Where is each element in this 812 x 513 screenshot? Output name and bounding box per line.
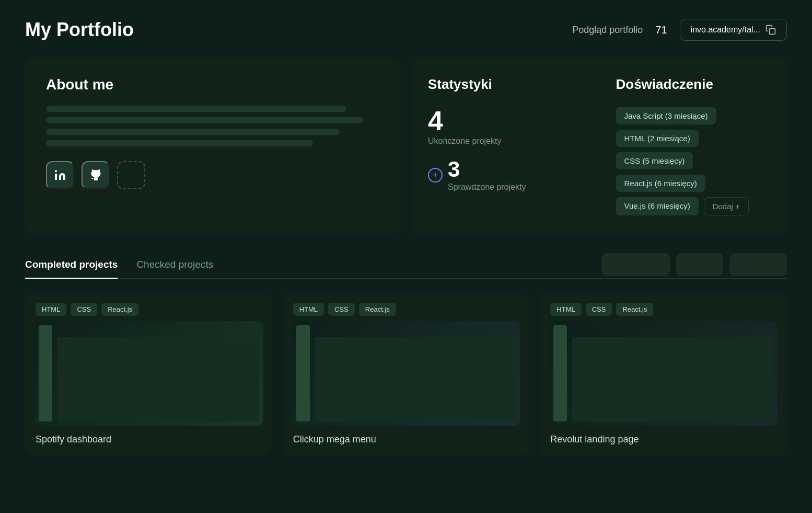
stats-title: Statystyki (428, 76, 582, 93)
project-tags-spotify: HTML CSS React.js (25, 293, 272, 321)
project-name-spotify: Spotify dashboard (25, 426, 272, 455)
tag-reactjs: React.js (6 miesięcy) (616, 175, 705, 192)
filter-button-2[interactable] (676, 253, 723, 276)
tag-react-clickup: React.js (359, 303, 396, 316)
page-header: My Portfolio Podgląd portfolio 71 invo.a… (25, 19, 787, 41)
portfolio-score: 71 (655, 24, 667, 36)
add-social-button[interactable] (117, 161, 145, 189)
tag-html: HTML (2 miesiące) (616, 130, 699, 147)
copy-icon (765, 25, 776, 35)
checked-count: 3 (448, 158, 526, 180)
project-card-clickup[interactable]: HTML CSS React.js (283, 293, 530, 455)
project-name-revolut: Revolut landing page (540, 426, 787, 455)
tag-css-clickup: CSS (328, 303, 355, 316)
projects-grid: HTML CSS React.js Spotify Spotify dashbo… (25, 293, 787, 455)
project-tags-clickup: HTML CSS React.js (283, 293, 530, 321)
thumb-sidebar-revolut (553, 325, 567, 421)
completed-count: 4 (428, 107, 582, 134)
thumb-content (57, 337, 259, 421)
text-line-3 (46, 129, 340, 135)
preview-label: Podgląd portfolio (572, 25, 643, 36)
stats-experience-card: Statystyki 4 Ukończone projekty + 3 Spra… (411, 58, 787, 234)
tag-vuejs: Vue.js (6 miesięcy) (616, 197, 699, 215)
tabs-row: Completed projects Checked projects (25, 251, 787, 279)
url-text: invo.academy/tal... (691, 25, 760, 35)
thumb-content-clickup (315, 337, 516, 421)
social-icons (46, 161, 380, 189)
github-icon (89, 169, 102, 181)
tabs-left: Completed projects Checked projects (25, 251, 232, 278)
spotify-thumbnail: Spotify (34, 321, 263, 426)
completed-label: Ukończone projekty (428, 136, 582, 146)
text-line-1 (46, 106, 346, 112)
experience-tags: Java Script (3 miesiące) HTML (2 miesiąc… (616, 107, 771, 215)
svg-point-2 (55, 170, 57, 172)
tag-react-spotify: React.js (101, 303, 138, 316)
tag-javascript: Java Script (3 miesiące) (616, 107, 716, 124)
text-line-2 (46, 117, 363, 123)
linkedin-button[interactable] (46, 161, 74, 189)
page-title: My Portfolio (25, 19, 134, 41)
project-card-spotify[interactable]: HTML CSS React.js Spotify Spotify dashbo… (25, 293, 272, 455)
tag-html-clickup: HTML (293, 303, 324, 316)
filter-button-3[interactable] (729, 253, 787, 276)
clickup-thumbnail: ClickUp (292, 321, 520, 426)
tag-css-spotify: CSS (71, 303, 97, 316)
linkedin-icon (54, 169, 66, 181)
project-name-clickup: Clickup mega menu (283, 426, 530, 455)
checked-stat: + 3 Sprawdzone projekty (428, 158, 582, 192)
checked-label: Sprawdzone projekty (448, 183, 526, 192)
project-card-revolut[interactable]: HTML CSS React.js Revolut Revolut landin… (540, 293, 787, 455)
about-card: About me (25, 58, 401, 234)
experience-title: Doświadczenie (616, 76, 771, 93)
project-tags-revolut: HTML CSS React.js (540, 293, 787, 321)
github-button[interactable] (82, 161, 110, 189)
plus-circle-icon: + (428, 168, 443, 183)
thumb-sidebar (39, 325, 52, 421)
tab-checked[interactable]: Checked projects (136, 252, 213, 279)
tag-css-revolut: CSS (586, 303, 612, 316)
tabs-right (602, 253, 787, 276)
tag-html-spotify: HTML (36, 303, 66, 316)
thumb-sidebar-clickup (296, 325, 310, 421)
experience-section: Doświadczenie Java Script (3 miesiące) H… (599, 58, 787, 234)
tab-completed[interactable]: Completed projects (25, 252, 118, 279)
svg-rect-0 (770, 29, 775, 35)
filter-button-1[interactable] (602, 253, 670, 276)
tag-react-revolut: React.js (616, 303, 653, 316)
header-actions: Podgląd portfolio 71 invo.academy/tal... (572, 19, 787, 41)
about-text-lines (46, 106, 380, 146)
url-copy-button[interactable]: invo.academy/tal... (680, 19, 787, 41)
svg-rect-1 (55, 174, 57, 180)
completed-stat: 4 Ukończone projekty (428, 107, 582, 146)
thumb-content-revolut (572, 337, 773, 421)
tag-html-revolut: HTML (550, 303, 581, 316)
stats-section: Statystyki 4 Ukończone projekty + 3 Spra… (411, 58, 599, 234)
tag-css: CSS (5 miesięcy) (616, 152, 693, 169)
revolut-thumbnail: Revolut (549, 321, 778, 426)
add-skill-button[interactable]: Dodaj + (704, 197, 749, 215)
text-line-4 (46, 140, 313, 146)
top-row: About me (25, 58, 787, 234)
about-title: About me (46, 76, 380, 93)
